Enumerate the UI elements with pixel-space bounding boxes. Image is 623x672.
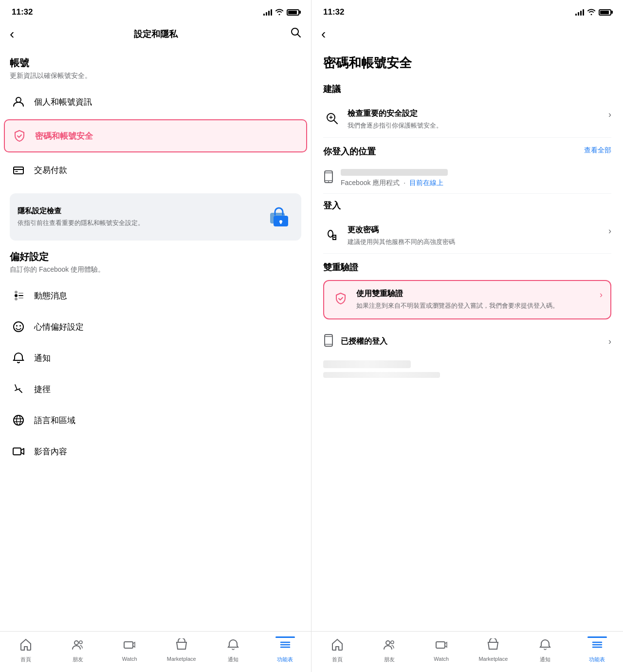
location-section: 你登入的位置 查看全部 Facebook 應用程式 · (323, 144, 611, 194)
right-status-icons (575, 8, 611, 17)
left-search-button[interactable] (291, 27, 301, 41)
check-security-title: 檢查重要的安全設定 (348, 109, 605, 119)
menu-item-language[interactable]: 語言和區域 (10, 405, 301, 436)
left-status-icons (263, 8, 299, 17)
left-status-bar: 11:32 (0, 0, 311, 21)
active-tab-indicator (275, 636, 295, 638)
right-menu-nav-icon (591, 638, 604, 654)
menu-item-reaction-label: 心情偏好設定 (34, 321, 84, 333)
shortcut-icon (10, 380, 27, 398)
see-all-button[interactable]: 查看全部 (584, 146, 611, 155)
preferences-subtitle: 自訂你的 Facebook 使用體驗。 (10, 265, 301, 274)
menu-item-shortcut-label: 捷徑 (34, 384, 51, 395)
svg-point-16 (14, 322, 23, 332)
left-nav-friends[interactable]: 朋友 (52, 636, 104, 665)
left-bottom-nav: 首頁 朋友 Watch (0, 631, 311, 672)
right-notifications-nav-icon (539, 638, 551, 654)
location-item[interactable]: Facebook 應用程式 · 目前在線上 (323, 163, 611, 194)
right-bottom-nav: 首頁 朋友 Watch (312, 631, 623, 672)
two-factor-icon (332, 290, 349, 307)
left-content: 帳號 更新資訊以確保帳號安全。 個人和帳號資訊 (0, 47, 311, 631)
login-section: 登入 更改密碼 建議使用與其他服務不同的高強度密碼 › (323, 200, 611, 254)
authorized-device-icon (323, 334, 334, 350)
suggestions-section: 建議 檢查重要的安全設定 我們會逐步指引你保護帳號安全。 › (323, 83, 611, 138)
change-password-arrow: › (608, 226, 611, 236)
password-icon (323, 226, 341, 243)
right-active-tab-indicator (587, 636, 607, 638)
reaction-icon (10, 318, 27, 336)
personal-icon (10, 93, 27, 111)
menu-item-security-label: 密碼和帳號安全 (35, 131, 93, 142)
check-security-desc: 我們會逐步指引你保護帳號安全。 (348, 121, 605, 131)
svg-line-1 (297, 34, 300, 37)
right-nav-marketplace[interactable]: Marketplace (467, 636, 519, 664)
page-title: 密碼和帳號安全 (323, 55, 611, 72)
left-nav-bar: ‹ 設定和隱私 (0, 21, 311, 47)
authorized-login-item[interactable]: 已授權的登入 › (323, 327, 611, 356)
left-nav-menu-label: 功能表 (277, 656, 293, 663)
menu-item-security[interactable]: 密碼和帳號安全 (4, 119, 307, 152)
marketplace-nav-icon (175, 638, 188, 654)
menu-item-video[interactable]: 影音內容 (10, 436, 301, 467)
location-title: 你登入的位置 (323, 146, 376, 157)
left-nav-marketplace[interactable]: Marketplace (156, 636, 208, 664)
svg-rect-26 (124, 642, 133, 648)
suggestions-title: 建議 (323, 83, 611, 95)
security-icon (11, 127, 28, 145)
check-security-arrow: › (608, 110, 611, 120)
account-title: 帳號 (10, 56, 301, 70)
right-nav-watch-label: Watch (434, 656, 449, 662)
right-signal-icon (575, 9, 584, 16)
left-nav-notifications-label: 通知 (228, 656, 238, 663)
right-content: 密碼和帳號安全 建議 檢查重要的安全設定 我們會逐步指引你保護帳號安全。 › (312, 47, 623, 631)
svg-rect-3 (14, 167, 23, 174)
left-nav-title: 設定和隱私 (134, 28, 178, 40)
right-nav-notifications[interactable]: 通知 (519, 636, 571, 665)
change-password-desc: 建議使用與其他服務不同的高強度密碼 (348, 237, 605, 247)
svg-point-19 (14, 415, 23, 425)
svg-point-10 (15, 294, 18, 297)
left-nav-menu[interactable]: 功能表 (259, 636, 312, 665)
check-security-item[interactable]: 檢查重要的安全設定 我們會逐步指引你保護帳號安全。 › (323, 102, 611, 138)
right-nav-notifications-label: 通知 (540, 656, 550, 663)
login-title: 登入 (323, 200, 611, 211)
right-watch-nav-icon (435, 638, 448, 654)
svg-point-39 (334, 236, 335, 238)
left-nav-watch-label: Watch (122, 656, 137, 662)
device-icon (323, 170, 334, 186)
menu-item-shortcut[interactable]: 捷徑 (10, 373, 301, 405)
right-nav-menu[interactable]: 功能表 (571, 636, 623, 665)
menu-item-notification-label: 通知 (34, 353, 51, 364)
location-app-name: Facebook 應用程式 (341, 179, 400, 187)
right-nav-watch[interactable]: Watch (415, 636, 467, 664)
right-nav-friends-label: 朋友 (384, 656, 395, 663)
left-nav-home-label: 首頁 (20, 656, 31, 663)
account-section: 帳號 更新資訊以確保帳號安全。 個人和帳號資訊 (10, 56, 301, 186)
left-back-button[interactable]: ‹ (10, 27, 14, 41)
wifi-icon (275, 8, 284, 17)
right-nav-friends[interactable]: 朋友 (364, 636, 416, 665)
change-password-item[interactable]: 更改密碼 建議使用與其他服務不同的高強度密碼 › (323, 218, 611, 254)
left-nav-notifications[interactable]: 通知 (207, 636, 259, 665)
friends-nav-icon (72, 638, 84, 654)
left-nav-home[interactable]: 首頁 (0, 636, 52, 665)
right-nav-home[interactable]: 首頁 (312, 636, 364, 665)
menu-item-feed[interactable]: 動態消息 (10, 280, 301, 311)
menu-item-reaction[interactable]: 心情偏好設定 (10, 311, 301, 342)
authorized-section: 已授權的登入 › (323, 327, 611, 386)
right-back-button[interactable]: ‹ (321, 27, 326, 41)
right-nav-marketplace-label: Marketplace (478, 656, 508, 662)
svg-rect-23 (13, 448, 21, 455)
privacy-card[interactable]: 隱私設定檢查 依指引前往查看重要的隱私和帳號安全設定。 (10, 193, 301, 241)
menu-item-notification[interactable]: 通知 (10, 342, 301, 373)
right-time: 11:32 (323, 7, 344, 17)
language-icon (10, 411, 27, 429)
svg-point-44 (391, 641, 394, 644)
home-nav-icon (19, 638, 32, 654)
left-nav-watch[interactable]: Watch (104, 636, 156, 664)
menu-item-payment[interactable]: 交易付款 (10, 154, 301, 186)
menu-item-personal[interactable]: 個人和帳號資訊 (10, 86, 301, 117)
feed-icon (10, 287, 27, 304)
two-factor-item[interactable]: 使用雙重驗證 如果注意到來自不明裝置或瀏覽器的登入嘗試，我們會要求提供登入碼。 … (323, 280, 611, 319)
svg-line-31 (334, 120, 337, 124)
